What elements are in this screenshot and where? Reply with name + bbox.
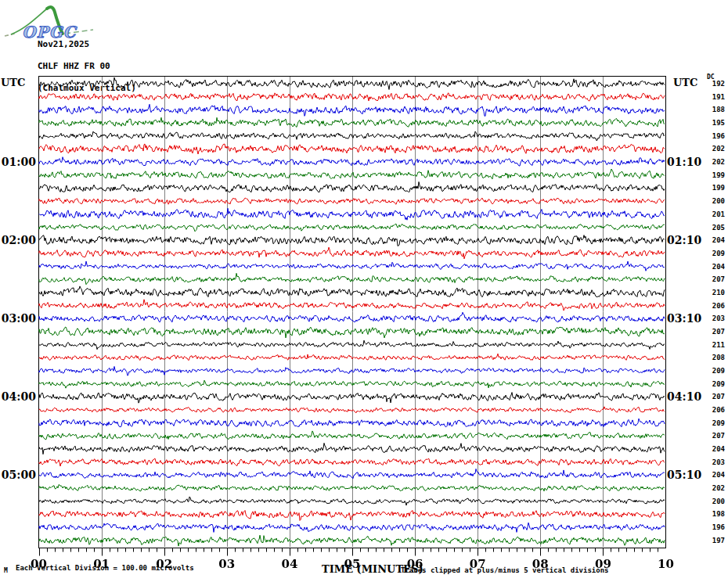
helicorder-page: OPGC Nov21,2025 CHLF HHZ FR 00 (Chalmoux… — [0, 0, 728, 582]
minute-label: 02 — [149, 557, 180, 571]
hour-label-left: 03:00 — [0, 311, 36, 325]
dc-value: 209 — [703, 366, 725, 375]
dc-value: 192 — [703, 79, 725, 88]
dc-value: 202 — [703, 157, 725, 167]
dc-value: 201 — [703, 210, 725, 219]
logo-text: OPGC — [22, 23, 77, 41]
dc-value: 191 — [703, 92, 725, 102]
hour-label-left: 01:00 — [0, 155, 36, 169]
dc-value: 202 — [703, 144, 725, 153]
dc-value: 203 — [703, 458, 725, 467]
dc-value: 202 — [703, 483, 725, 493]
hour-label-left: 05:00 — [0, 468, 36, 482]
dc-value: 205 — [703, 223, 725, 232]
dc-value: 207 — [703, 327, 725, 336]
minute-label: 08 — [524, 557, 556, 571]
minute-label: 07 — [462, 557, 493, 571]
dc-value: 204 — [703, 235, 725, 245]
dc-value: 200 — [703, 196, 725, 206]
minute-label: 05 — [337, 557, 368, 571]
clip-note: Traces clipped at plus/minus 5 vertical … — [401, 566, 609, 574]
header-station-code: CHLF HHZ FR 00 — [38, 61, 110, 71]
dc-value: 207 — [703, 392, 725, 401]
dc-value: 207 — [703, 431, 725, 440]
dc-value: 206 — [703, 405, 725, 415]
dc-value: 207 — [703, 275, 725, 284]
hour-label-left: 02:00 — [0, 233, 36, 247]
dc-value: 197 — [703, 536, 725, 545]
dc-value: 210 — [703, 288, 725, 297]
minute-label: 01 — [86, 557, 117, 571]
minute-label: 06 — [399, 557, 431, 571]
minute-label: 03 — [211, 557, 243, 571]
dc-value: 195 — [703, 118, 725, 128]
dc-value: 196 — [703, 131, 725, 141]
utc-left-label: UTC — [1, 77, 25, 88]
dc-value: 208 — [703, 353, 725, 362]
dc-value: 204 — [703, 444, 725, 454]
dc-value: 209 — [703, 379, 725, 389]
dc-value: 203 — [703, 314, 725, 323]
dc-value: 199 — [703, 171, 725, 180]
dc-value: 206 — [703, 301, 725, 311]
minute-label: 00 — [23, 557, 55, 571]
dc-value: 188 — [703, 105, 725, 114]
dc-value: 209 — [703, 249, 725, 258]
opgc-logo: OPGC — [3, 2, 96, 41]
minute-label: 09 — [587, 557, 618, 571]
minute-label: 04 — [274, 557, 305, 571]
dc-value: 211 — [703, 340, 725, 350]
dc-value: 204 — [703, 262, 725, 271]
minute-label: 10 — [651, 557, 682, 571]
helicorder-plot — [38, 76, 666, 559]
dc-value: 199 — [703, 183, 725, 192]
dc-value: 200 — [703, 497, 725, 506]
dc-value: 198 — [703, 509, 725, 519]
dc-value: 204 — [703, 470, 725, 480]
dc-value: 196 — [703, 523, 725, 532]
utc-right-label: UTC — [673, 77, 697, 88]
stamp-glyph: M — [4, 567, 8, 574]
header-date: Nov21,2025 — [38, 39, 89, 49]
dc-value: 209 — [703, 419, 725, 428]
hour-label-left: 04:00 — [0, 390, 36, 404]
